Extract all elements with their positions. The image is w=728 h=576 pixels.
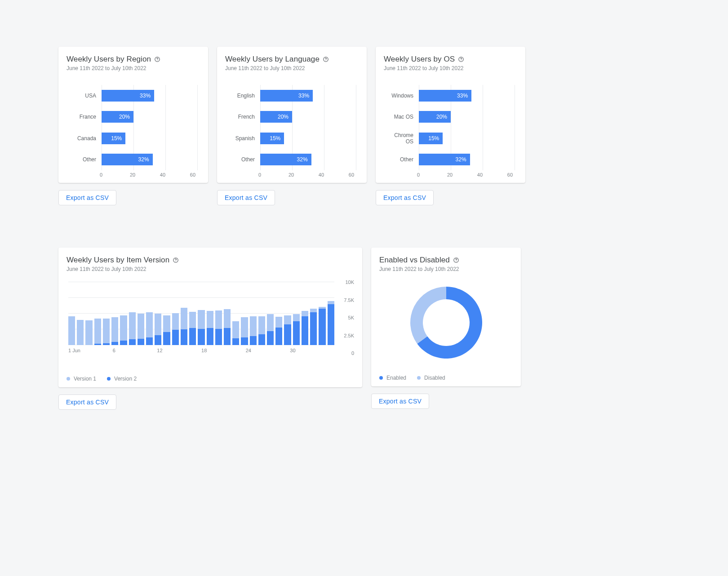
chart-bar: [319, 307, 325, 345]
axis-tick: 7.5K: [344, 297, 354, 303]
legend-label: Disabled: [424, 375, 445, 381]
card-subtitle: June 11th 2022 to July 10th 2022: [67, 65, 200, 71]
chart-bar: [207, 311, 213, 345]
chart-bar: 20%: [260, 111, 292, 123]
chart-bar: [163, 315, 170, 345]
card-title-text: Enabled vs Disabled: [379, 256, 450, 265]
axis-tick: 6: [113, 348, 157, 353]
help-icon[interactable]: [323, 56, 329, 62]
version-column: Weekly Users by Item Version June 11th 2…: [58, 248, 362, 410]
chart-category-label: Canada: [70, 135, 102, 142]
chart-bar-row: Windows33%: [387, 89, 515, 102]
legend-item: Version 2: [107, 376, 137, 382]
os-card: Weekly Users by OS June 11th 2022 to Jul…: [376, 47, 525, 183]
enabled-column: Enabled vs Disabled June 11th 2022 to Ju…: [371, 248, 521, 410]
chart-bar: [328, 301, 334, 345]
chart-bar: 15%: [102, 133, 125, 144]
enabled-card: Enabled vs Disabled June 11th 2022 to Ju…: [371, 248, 521, 386]
export-csv-button[interactable]: Export as CSV: [58, 190, 116, 205]
chart-bar: [138, 314, 144, 345]
chart-bar-row: Mac OS20%: [387, 110, 515, 124]
region-column: Weekly Users by Region June 11th 2022 to…: [58, 47, 208, 205]
axis-tick: 24: [246, 348, 290, 353]
card-subtitle: June 11th 2022 to July 10th 2022: [379, 266, 513, 272]
chart-bar: [146, 312, 153, 345]
axis-tick: 0: [100, 172, 130, 177]
chart-bar: [111, 317, 118, 345]
card-title: Weekly Users by Item Version: [67, 256, 354, 265]
chart-bar: 33%: [102, 90, 154, 102]
export-csv-button[interactable]: Export as CSV: [376, 190, 434, 205]
legend-item: Disabled: [417, 375, 445, 381]
chart-bar: [310, 309, 317, 345]
chart-category-label: France: [70, 114, 102, 120]
version-card: Weekly Users by Item Version June 11th 2…: [58, 248, 362, 387]
svg-point-7: [176, 261, 176, 261]
chart-bar: 33%: [419, 90, 471, 102]
card-title: Enabled vs Disabled: [379, 256, 513, 265]
chart-bar: 32%: [419, 154, 470, 165]
version-chart: 10K7.5K5K2.5K0 1 Jun612182430: [67, 282, 354, 353]
legend-swatch-icon: [107, 377, 111, 381]
chart-category-label: Other: [70, 156, 102, 163]
chart-bar: [181, 308, 187, 345]
chart-bar-row: France20%: [70, 110, 197, 124]
chart-category-label: USA: [70, 93, 102, 99]
chart-bar-row: Chrome OS15%: [387, 132, 515, 145]
os-chart: Windows33%Mac OS20%Chrome OS15%Other32%0…: [387, 85, 515, 177]
chart-bar: [85, 320, 92, 345]
enabled-chart: [379, 282, 513, 363]
chart-bar: [215, 310, 222, 345]
help-icon[interactable]: [154, 56, 160, 62]
chart-category-label: Chrome OS: [387, 132, 419, 145]
axis-tick: 1 Jun: [68, 348, 113, 353]
card-title-text: Weekly Users by Region: [67, 55, 151, 64]
chart-bar: 15%: [260, 133, 284, 144]
help-icon[interactable]: [453, 257, 459, 263]
version-legend: Version 1 Version 2: [67, 376, 354, 382]
help-icon[interactable]: [173, 257, 179, 263]
chart-bar: [284, 315, 291, 345]
svg-point-3: [325, 60, 326, 61]
chart-bar: [241, 317, 248, 345]
legend-swatch-icon: [417, 376, 421, 380]
card-subtitle: June 11th 2022 to July 10th 2022: [225, 65, 359, 71]
chart-bar: 32%: [260, 154, 311, 165]
card-title: Weekly Users by Region: [67, 55, 200, 64]
axis-tick: 60: [349, 172, 354, 177]
chart-bar-row: English33%: [229, 89, 356, 102]
help-icon[interactable]: [458, 56, 464, 62]
axis-tick: 60: [507, 172, 513, 177]
axis-tick: 10K: [345, 279, 354, 285]
export-csv-button[interactable]: Export as CSV: [217, 190, 275, 205]
axis-tick: 40: [319, 172, 349, 177]
chart-category-label: English: [229, 93, 260, 99]
chart-bar: 33%: [260, 90, 313, 102]
chart-bar: [198, 310, 204, 345]
card-title: Weekly Users by Language: [225, 55, 359, 64]
card-title-text: Weekly Users by Item Version: [67, 256, 169, 265]
axis-tick: 2.5K: [344, 333, 354, 338]
chart-bar: [94, 319, 101, 345]
export-csv-button[interactable]: Export as CSV: [371, 394, 429, 409]
axis-tick: 40: [160, 172, 190, 177]
chart-bar: 15%: [419, 133, 443, 144]
language-column: Weekly Users by Language June 11th 2022 …: [217, 47, 367, 205]
legend-label: Version 1: [74, 376, 96, 382]
donut-segment: [410, 287, 446, 344]
chart-category-label: Spanish: [229, 135, 260, 142]
legend-item: Version 1: [67, 376, 96, 382]
chart-category-label: French: [229, 114, 260, 120]
export-csv-button[interactable]: Export as CSV: [58, 394, 116, 410]
chart-bar: [103, 319, 110, 345]
chart-bar: [155, 314, 161, 345]
language-card: Weekly Users by Language June 11th 2022 …: [217, 47, 367, 183]
legend-label: Enabled: [386, 375, 406, 381]
axis-tick: 20: [130, 172, 160, 177]
chart-bar: 20%: [102, 111, 133, 123]
axis-tick: 0: [258, 172, 289, 177]
chart-bar: 20%: [419, 111, 451, 123]
legend-swatch-icon: [67, 377, 70, 381]
legend-swatch-icon: [379, 376, 383, 380]
axis-tick: 5K: [348, 315, 354, 320]
